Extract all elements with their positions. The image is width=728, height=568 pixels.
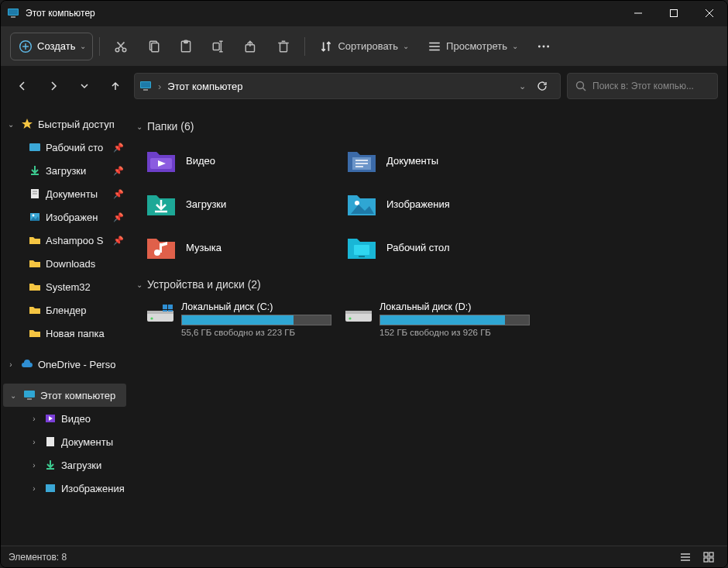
plus-icon xyxy=(19,40,33,53)
folder-icon xyxy=(146,191,177,217)
svg-rect-17 xyxy=(184,40,188,43)
new-button[interactable]: Создать ⌄ xyxy=(10,33,93,60)
svg-point-68 xyxy=(349,317,351,319)
svg-rect-43 xyxy=(24,391,35,398)
sidebar-item[interactable]: › Изображения xyxy=(1,477,129,500)
pin-icon: 📌 xyxy=(113,212,124,222)
svg-rect-67 xyxy=(345,311,372,314)
window-title: Этот компьютер xyxy=(26,8,95,19)
sidebar-item[interactable]: Ashampoo S📌 xyxy=(1,229,129,252)
svg-point-35 xyxy=(577,82,584,89)
svg-rect-58 xyxy=(359,256,365,257)
folder-label: Рабочий стол xyxy=(386,242,450,253)
sidebar-item[interactable]: Downloads xyxy=(1,252,129,275)
sidebar-item[interactable]: › Документы xyxy=(1,430,129,453)
sidebar-item[interactable]: › Видео xyxy=(1,407,129,430)
maximize-button[interactable] xyxy=(656,1,692,26)
breadcrumb[interactable]: Этот компьютер xyxy=(167,81,242,92)
sidebar-item[interactable]: Рабочий сто📌 xyxy=(1,136,129,159)
sidebar-item[interactable]: Изображен📌 xyxy=(1,205,129,229)
close-button[interactable] xyxy=(692,1,727,26)
group-drives[interactable]: ⌄ Устройства и диски (2) xyxy=(135,272,721,297)
status-text: Элементов: 8 xyxy=(9,552,67,563)
forward-button[interactable] xyxy=(41,74,66,98)
folder-item[interactable]: Музыка xyxy=(146,230,343,264)
svg-point-55 xyxy=(154,250,160,256)
cut-button[interactable] xyxy=(106,33,136,60)
sidebar-quick-access[interactable]: ⌄ Быстрый доступ xyxy=(1,112,129,136)
svg-point-42 xyxy=(33,215,35,217)
sidebar-item[interactable]: System32 xyxy=(1,275,129,298)
svg-point-31 xyxy=(547,45,549,47)
folder-item[interactable]: Рабочий стол xyxy=(346,230,544,264)
recent-button[interactable] xyxy=(72,74,97,98)
folder-icon xyxy=(346,147,377,174)
navbar: › Этот компьютер ⌄ Поиск в: Этот компью.… xyxy=(1,66,727,106)
group-folders[interactable]: ⌄ Папки (6) xyxy=(135,114,721,139)
svg-rect-63 xyxy=(168,305,173,309)
item-icon xyxy=(29,234,41,246)
view-details-button[interactable] xyxy=(675,549,696,566)
sidebar-onedrive[interactable]: › OneDrive - Perso xyxy=(1,353,129,376)
view-icon xyxy=(428,40,441,53)
pin-icon: 📌 xyxy=(113,189,124,199)
rename-button[interactable] xyxy=(204,33,233,60)
folder-item[interactable]: Загрузки xyxy=(146,187,343,221)
item-icon xyxy=(29,257,41,270)
address-bar[interactable]: › Этот компьютер ⌄ xyxy=(134,73,561,99)
minimize-button[interactable] xyxy=(620,1,656,26)
svg-rect-57 xyxy=(354,245,369,255)
folder-icon xyxy=(146,147,177,174)
sort-label: Сортировать xyxy=(338,40,398,52)
drive-item[interactable]: Локальный диск (C:) 55,6 ГБ свободно из … xyxy=(146,301,331,337)
up-button[interactable] xyxy=(103,74,128,98)
drive-usage-bar xyxy=(379,315,530,325)
sidebar-item[interactable]: Загрузки📌 xyxy=(1,159,129,182)
trash-icon xyxy=(276,40,290,53)
sort-button[interactable]: Сортировать ⌄ xyxy=(311,33,417,60)
sidebar: ⌄ Быстрый доступ Рабочий сто📌 Загрузки📌 … xyxy=(1,106,129,546)
sidebar-item[interactable]: › Загрузки xyxy=(1,453,129,477)
folder-label: Видео xyxy=(186,155,215,167)
drive-item[interactable]: Локальный диск (D:) 152 ГБ свободно из 9… xyxy=(344,301,530,337)
view-button[interactable]: Просмотреть ⌄ xyxy=(420,33,526,60)
folder-item[interactable]: Документы xyxy=(346,143,544,177)
sidebar-item[interactable]: Новая папка xyxy=(1,322,129,345)
chevron-down-icon: ⌄ xyxy=(80,42,86,50)
sort-icon xyxy=(319,40,333,53)
pin-icon: 📌 xyxy=(113,143,124,153)
chevron-down-icon: ⌄ xyxy=(512,42,518,50)
chevron-right-icon: › xyxy=(29,484,39,493)
item-icon xyxy=(44,435,57,448)
refresh-button[interactable] xyxy=(537,81,555,91)
svg-rect-46 xyxy=(46,437,54,446)
sidebar-this-pc[interactable]: ⌄ Этот компьютер xyxy=(3,384,126,407)
item-icon xyxy=(29,304,41,316)
drive-icon xyxy=(146,303,175,325)
svg-rect-44 xyxy=(27,398,32,400)
folder-item[interactable]: Изображения xyxy=(346,187,544,221)
svg-rect-47 xyxy=(46,484,55,492)
sidebar-item[interactable]: Документы📌 xyxy=(1,182,129,205)
paste-button[interactable] xyxy=(171,33,201,60)
back-button[interactable] xyxy=(10,74,35,98)
svg-rect-72 xyxy=(704,553,708,556)
pin-icon: 📌 xyxy=(113,236,124,246)
share-button[interactable] xyxy=(236,33,266,60)
svg-rect-75 xyxy=(709,558,713,562)
folder-item[interactable]: Видео xyxy=(146,143,343,177)
chevron-down-icon: ⌄ xyxy=(136,281,143,289)
chevron-down-icon[interactable]: ⌄ xyxy=(519,81,526,91)
copy-button[interactable] xyxy=(139,33,168,60)
search-input[interactable]: Поиск в: Этот компью... xyxy=(567,73,718,99)
this-pc-icon xyxy=(7,7,19,19)
delete-button[interactable] xyxy=(269,33,298,60)
sidebar-item[interactable]: Блендер xyxy=(1,298,129,322)
drive-icon xyxy=(344,303,373,325)
pin-icon: 📌 xyxy=(113,166,124,176)
chevron-right-icon: › xyxy=(29,415,39,423)
chevron-right-icon: › xyxy=(29,461,39,470)
copy-icon xyxy=(146,40,160,53)
more-button[interactable] xyxy=(529,33,558,60)
view-icons-button[interactable] xyxy=(698,549,719,566)
